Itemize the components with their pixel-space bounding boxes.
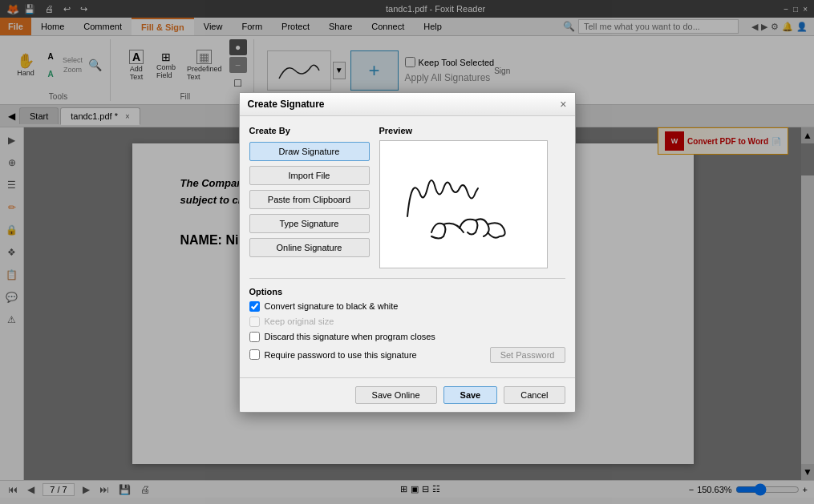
cancel-btn[interactable]: Cancel [504, 386, 565, 404]
modal-body: Create By Draw Signature Import File Pas… [240, 116, 575, 377]
option-password-checkbox[interactable] [249, 349, 260, 360]
create-signature-modal: Create Signature × Create By Draw Signat… [239, 92, 576, 413]
option-password-label[interactable]: Require password to use this signature [265, 350, 417, 360]
modal-columns: Create By Draw Signature Import File Pas… [249, 126, 565, 268]
modal-footer: Save Online Save Cancel [240, 377, 575, 412]
modal-right: Preview [379, 126, 565, 268]
option-keepsize-label: Keep original size [265, 317, 334, 326]
method-online-btn[interactable]: Online Signature [249, 238, 370, 257]
modal-left: Create By Draw Signature Import File Pas… [249, 126, 370, 268]
preview-label: Preview [379, 126, 565, 135]
option-bw-checkbox[interactable] [249, 301, 260, 312]
option-password-row: Require password to use this signature S… [249, 347, 565, 363]
save-btn[interactable]: Save [443, 386, 498, 404]
modal-close-btn[interactable]: × [560, 98, 566, 111]
method-draw-btn[interactable]: Draw Signature [249, 142, 370, 161]
options-label: Options [249, 287, 565, 296]
modal-title: Create Signature [248, 99, 325, 110]
preview-box [379, 140, 548, 268]
method-import-btn[interactable]: Import File [249, 166, 370, 185]
option-bw-row: Convert signature to black & white [249, 301, 565, 312]
set-password-btn: Set Password [490, 347, 565, 363]
modal-title-bar: Create Signature × [240, 93, 575, 116]
signature-svg [383, 144, 544, 264]
option-discard-checkbox[interactable] [249, 332, 260, 342]
method-type-btn[interactable]: Type Signature [249, 214, 370, 233]
option-discard-label[interactable]: Discard this signature when program clos… [265, 332, 435, 341]
options-section: Options Convert signature to black & whi… [249, 278, 565, 363]
option-bw-label[interactable]: Convert signature to black & white [265, 301, 399, 311]
option-keepsize-row: Keep original size [249, 317, 565, 327]
save-online-btn[interactable]: Save Online [355, 386, 437, 404]
option-discard-row: Discard this signature when program clos… [249, 332, 565, 342]
method-paste-btn[interactable]: Paste from Clipboard [249, 190, 370, 209]
create-by-label: Create By [249, 126, 370, 135]
modal-overlay: Create Signature × Create By Draw Signat… [0, 0, 814, 498]
option-keepsize-checkbox [249, 317, 260, 327]
